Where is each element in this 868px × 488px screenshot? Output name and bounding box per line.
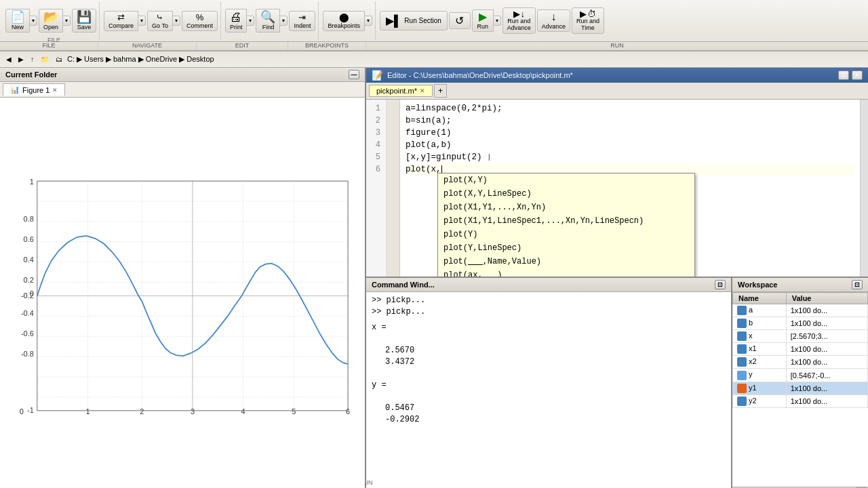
- run-dropdown[interactable]: ▾: [494, 16, 501, 26]
- workspace-row-y[interactable]: y[0.5467;-0...: [733, 369, 868, 382]
- ws-var-value-x: [2.5670;3...: [786, 330, 867, 343]
- editor-scrollbar[interactable]: [860, 100, 868, 277]
- back-button[interactable]: ◀: [4, 55, 14, 64]
- left-panel: Current Folder — 📊 Figure 1 ✕: [0, 68, 366, 488]
- run-split[interactable]: ▶ Run ▾: [472, 9, 501, 32]
- indent-button[interactable]: ⇥ Indent: [289, 11, 315, 31]
- panel-header-left: Current Folder: [5, 70, 57, 79]
- ws-var-name-y2: y2: [733, 394, 787, 407]
- open-dropdown[interactable]: ▾: [63, 16, 71, 26]
- advance-button[interactable]: ↓ Advance: [537, 9, 570, 32]
- current-folder-header: Current Folder —: [0, 68, 365, 82]
- toolbar-run-group: ▶▌ Run Section ↺ ▶ Run ▾ ▶↓ Run andAdvan…: [377, 1, 865, 40]
- autocomplete-dropdown[interactable]: plot(X,Y) plot(X,Y,LineSpec) plot(X1,Y1,…: [437, 173, 695, 277]
- editor-close-button[interactable]: ✕: [852, 70, 863, 80]
- plot-svg: 0 1 2 3 4 5 6 -1 -0.8 -0.6 -0.4 -0.2 0 0…: [0, 98, 365, 488]
- figure-tab-close[interactable]: ✕: [52, 87, 58, 94]
- autocomplete-item-1[interactable]: plot(X,Y): [438, 174, 694, 187]
- compare-button[interactable]: ⇄ Compare: [104, 11, 138, 31]
- find-button[interactable]: 🔍 Find: [256, 9, 280, 33]
- run-section-icon: ▶▌: [386, 14, 401, 27]
- workspace-row-x1[interactable]: x11x100 do...: [733, 343, 868, 356]
- editor-new-tab-button[interactable]: +: [434, 84, 447, 98]
- goto-icon: ⤷: [156, 13, 163, 22]
- ws-var-name-y1: y1: [733, 382, 787, 394]
- right-panel: 📝 Editor - C:\Users\bahma\OneDrive\Deskt…: [366, 68, 868, 488]
- run-section-button[interactable]: ▶▌ Run Section: [380, 11, 448, 30]
- workspace-row-y2[interactable]: y21x100 do...: [733, 394, 868, 407]
- bottom-panels: Command Wind... ⊡ >> pickp... >> pickp..…: [366, 278, 868, 488]
- compare-dropdown[interactable]: ▾: [138, 16, 146, 26]
- new-button[interactable]: 📄 New: [5, 9, 30, 33]
- run-label: Run: [477, 23, 489, 30]
- ws-col-value[interactable]: Value: [786, 293, 867, 304]
- autocomplete-item-2[interactable]: plot(X,Y,LineSpec): [438, 187, 694, 201]
- svg-text:-0.8: -0.8: [21, 350, 34, 358]
- editor-tab-close[interactable]: ✕: [420, 87, 425, 94]
- figure-tab-1[interactable]: 📊 Figure 1 ✕: [3, 83, 65, 96]
- workspace-row-x[interactable]: x[2.5670;3...: [733, 330, 868, 343]
- autocomplete-item-4[interactable]: plot(X1,Y1,LineSpec1,...,Xn,Yn,LineSpecn…: [438, 214, 694, 228]
- workspace-row-x2[interactable]: x21x100 do...: [733, 356, 868, 369]
- forward-button[interactable]: ▶: [16, 55, 26, 64]
- editor-tab-pickpoint[interactable]: pickpoint.m* ✕: [369, 85, 433, 97]
- ws-undock-button[interactable]: ⊡: [852, 280, 863, 289]
- run-section-bottom: RUN: [366, 42, 868, 50]
- save-button[interactable]: 💾 Save: [72, 9, 96, 33]
- cmd-x-val-1: 2.5670: [372, 345, 726, 357]
- command-window-body[interactable]: >> pickp... >> pickp... x = 2.5670 3.437…: [366, 292, 731, 488]
- marker-1: [387, 100, 399, 112]
- comment-button[interactable]: % Comment: [182, 11, 218, 31]
- cmd-output-y: y = 0.5467 -0.2902: [372, 380, 726, 426]
- breakpoints-split[interactable]: ⬤ Breakpoints ▾: [323, 11, 372, 31]
- folder-icon[interactable]: 🗂: [54, 55, 64, 64]
- workspace-row-b[interactable]: b1x100 do...: [733, 317, 868, 330]
- autocomplete-item-7[interactable]: plot(___,Name,Value): [438, 255, 694, 268]
- browse-button[interactable]: 📁: [39, 55, 51, 64]
- workspace-row-y1[interactable]: y11x100 do...: [733, 382, 868, 394]
- find-split[interactable]: 🔍 Find ▾: [256, 9, 288, 33]
- autocomplete-item-6[interactable]: plot(Y,LineSpec): [438, 241, 694, 255]
- compare-split[interactable]: ⇄ Compare ▾: [104, 11, 146, 31]
- ws-col-name[interactable]: Name: [733, 293, 787, 304]
- run-button[interactable]: ▶ Run: [472, 9, 494, 32]
- autocomplete-item-5[interactable]: plot(Y): [438, 228, 694, 241]
- print-button[interactable]: 🖨 Print: [225, 9, 248, 33]
- goto-button[interactable]: ⤷ Go To: [147, 11, 173, 31]
- editor-body[interactable]: 1 2 3 4 5 6 a=linspace(0,2*pi);: [366, 100, 868, 277]
- line-num-1: 1: [372, 102, 380, 115]
- advance-icon: ↓: [551, 12, 556, 22]
- find-icon: 🔍: [260, 11, 275, 23]
- run-time-button[interactable]: ▶⏱ Run andTime: [572, 7, 604, 34]
- new-split[interactable]: 📄 New ▾: [5, 9, 37, 33]
- svg-text:-0.4: -0.4: [21, 309, 34, 317]
- goto-split[interactable]: ⤷ Go To ▾: [147, 11, 180, 31]
- open-split[interactable]: 📂 Open ▾: [39, 9, 71, 33]
- editor-container: 📝 Editor - C:\Users\bahma\OneDrive\Deskt…: [366, 68, 868, 278]
- panel-minimize-button[interactable]: —: [349, 70, 359, 79]
- cmd-y-blank: [372, 368, 726, 380]
- breakpoints-dropdown[interactable]: ▾: [365, 16, 372, 26]
- workspace-row-a[interactable]: a1x100 do...: [733, 304, 868, 317]
- goto-dropdown[interactable]: ▾: [173, 16, 180, 26]
- svg-text:0: 0: [20, 407, 24, 415]
- toolbar: 📄 New ▾ 📂 Open ▾ 💾 Save FILE ⇄ Compare ▾: [0, 0, 868, 42]
- workspace-title: Workspace: [738, 281, 778, 289]
- editor-tabs: pickpoint.m* ✕ +: [366, 83, 868, 100]
- find-dropdown[interactable]: ▾: [280, 16, 288, 26]
- editor-tab-label: pickpoint.m*: [376, 87, 417, 95]
- ws-var-icon-y2: [737, 396, 747, 406]
- print-split[interactable]: 🖨 Print ▾: [225, 9, 255, 33]
- editor-undock-button[interactable]: ⊡: [838, 70, 849, 80]
- print-dropdown[interactable]: ▾: [247, 16, 254, 26]
- breakpoints-button[interactable]: ⬤ Breakpoints: [323, 11, 365, 31]
- new-dropdown[interactable]: ▾: [30, 16, 37, 26]
- refresh-button[interactable]: ↺: [449, 12, 471, 29]
- autocomplete-item-8[interactable]: plot(ax,___): [438, 268, 694, 277]
- up-button[interactable]: ↑: [28, 55, 36, 64]
- cmd-undock-button[interactable]: ⊡: [715, 280, 726, 289]
- autocomplete-item-3[interactable]: plot(X1,Y1,...,Xn,Yn): [438, 201, 694, 214]
- run-advance-button[interactable]: ▶↓ Run andAdvance: [502, 7, 536, 34]
- open-button[interactable]: 📂 Open: [39, 9, 63, 33]
- editor-content[interactable]: a=linspace(0,2*pi); b=sin(a); figure(1) …: [400, 100, 860, 277]
